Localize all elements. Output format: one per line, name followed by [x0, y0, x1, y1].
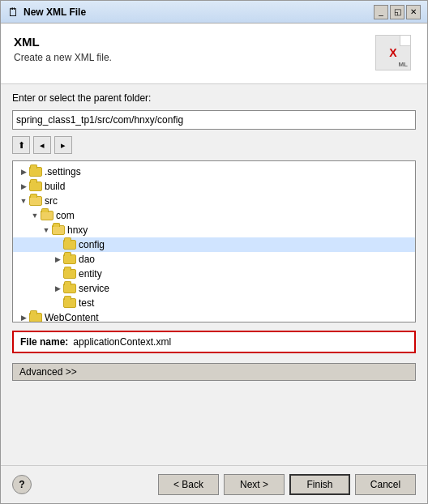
- header-text: XML Create a new XML file.: [14, 35, 112, 63]
- expand-com[interactable]: ▼: [29, 211, 41, 220]
- minimize-button[interactable]: _: [374, 5, 388, 19]
- tree-label-settings: .settings: [45, 166, 81, 177]
- expand-build[interactable]: ▶: [18, 182, 29, 190]
- next-button[interactable]: Next >: [224, 474, 285, 495]
- tree-item-hnxy[interactable]: ▼ hnxy: [13, 223, 415, 237]
- folder-path-input[interactable]: [12, 110, 416, 130]
- tree-item-com[interactable]: ▼ com: [13, 208, 415, 223]
- back-button[interactable]: < Back: [158, 474, 219, 495]
- tree-item-entity[interactable]: entity: [13, 267, 415, 281]
- window-icon: 🗒: [7, 6, 19, 19]
- folder-icon-entity: [63, 269, 76, 279]
- folder-icon-service: [63, 284, 76, 293]
- expand-settings[interactable]: ▶: [18, 168, 29, 176]
- folder-label: Enter or select the parent folder:: [12, 92, 416, 104]
- folder-icon-dao: [63, 254, 76, 264]
- folder-icon-com: [41, 211, 54, 220]
- tree-list: ▶ .settings ▶ build ▼ src: [13, 161, 415, 322]
- cancel-button[interactable]: Cancel: [355, 474, 416, 495]
- expand-service[interactable]: ▶: [52, 284, 63, 293]
- footer-left: ?: [12, 475, 32, 494]
- tree-item-service[interactable]: ▶ service: [13, 281, 415, 296]
- title-bar-buttons: _ ◱ ✕: [374, 5, 421, 19]
- back-nav-button[interactable]: ◂: [33, 136, 51, 154]
- filename-section: File name:: [12, 331, 416, 353]
- window-title: New XML File: [24, 6, 86, 18]
- advanced-button[interactable]: Advanced >>: [12, 363, 416, 381]
- folder-icon-test: [63, 298, 76, 308]
- restore-button[interactable]: ◱: [390, 5, 404, 19]
- tree-label-build: build: [45, 181, 65, 192]
- expand-src[interactable]: ▼: [18, 197, 29, 205]
- tree-label-src: src: [45, 195, 58, 207]
- forward-nav-button[interactable]: ▸: [54, 136, 72, 154]
- footer-buttons: < Back Next > Finish Cancel: [158, 474, 416, 495]
- expand-webcontent[interactable]: ▶: [18, 314, 29, 322]
- tree-label-service: service: [79, 283, 109, 294]
- title-bar: 🗒 New XML File _ ◱ ✕: [1, 1, 427, 23]
- tree-item-src[interactable]: ▼ src: [13, 194, 415, 208]
- folder-tree: ▶ .settings ▶ build ▼ src: [12, 160, 416, 322]
- header-subtext: Create a new XML file.: [14, 52, 112, 63]
- title-bar-left: 🗒 New XML File: [7, 6, 86, 19]
- dialog-header: XML Create a new XML file. X ML: [1, 23, 427, 84]
- tree-item-dao[interactable]: ▶ dao: [13, 252, 415, 267]
- toolbar: ⬆ ◂ ▸: [12, 136, 416, 154]
- folder-icon-src: [29, 196, 42, 206]
- expand-dao[interactable]: ▶: [52, 255, 63, 263]
- folder-icon-settings: [29, 167, 42, 177]
- folder-icon-build: [29, 182, 42, 191]
- close-button[interactable]: ✕: [406, 5, 421, 19]
- filename-label: File name:: [20, 336, 68, 348]
- header-heading: XML: [14, 35, 112, 49]
- folder-icon-hnxy: [52, 225, 65, 235]
- dialog-footer: ? < Back Next > Finish Cancel: [1, 465, 427, 503]
- tree-label-entity: entity: [79, 268, 102, 280]
- tree-label-config: config: [79, 239, 105, 250]
- tree-label-webcontent: WebContent: [45, 312, 99, 322]
- tree-item-webcontent[interactable]: ▶ WebContent: [13, 310, 415, 322]
- tree-item-config[interactable]: config: [13, 237, 415, 252]
- tree-item-settings[interactable]: ▶ .settings: [13, 164, 415, 179]
- dialog-window: 🗒 New XML File _ ◱ ✕ XML Create a new XM…: [0, 0, 428, 504]
- expand-hnxy[interactable]: ▼: [41, 226, 52, 234]
- tree-item-build[interactable]: ▶ build: [13, 179, 415, 194]
- xml-icon-container: X ML: [375, 35, 414, 74]
- folder-icon-config: [63, 240, 76, 250]
- tree-label-com: com: [56, 210, 75, 221]
- tree-label-dao: dao: [79, 254, 95, 265]
- filename-input[interactable]: [73, 336, 408, 348]
- tree-label-hnxy: hnxy: [67, 224, 88, 236]
- folder-icon-webcontent: [29, 313, 42, 322]
- xml-file-icon: X ML: [375, 35, 411, 70]
- finish-button[interactable]: Finish: [289, 474, 350, 495]
- dialog-body: Enter or select the parent folder: ⬆ ◂ ▸…: [1, 84, 427, 465]
- up-folder-button[interactable]: ⬆: [12, 136, 30, 154]
- help-button[interactable]: ?: [12, 475, 32, 494]
- tree-label-test: test: [79, 297, 94, 309]
- tree-item-test[interactable]: test: [13, 296, 415, 310]
